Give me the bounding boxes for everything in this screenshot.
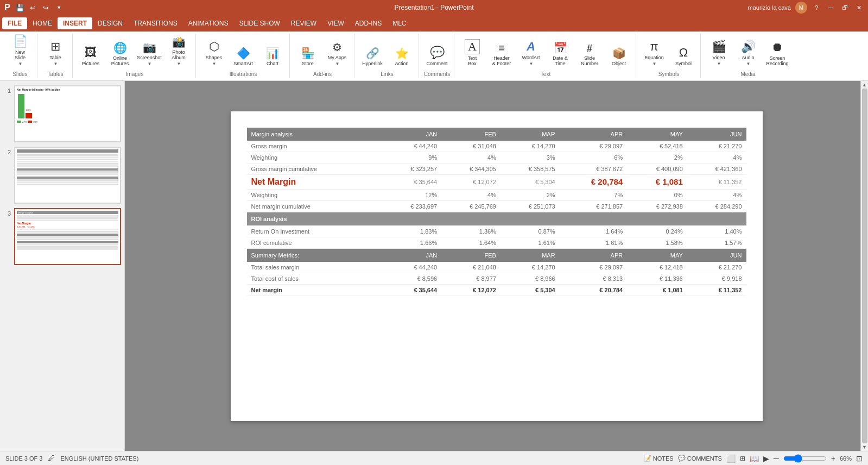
menu-animations[interactable]: ANIMATIONS [183, 17, 234, 29]
restore-btn[interactable]: 🗗 [840, 3, 850, 12]
minimize-btn[interactable]: ─ [826, 3, 835, 12]
text-box-button[interactable]: A TextBox [459, 35, 486, 68]
view-normal-icon[interactable]: ⬜ [726, 454, 736, 463]
notes-button[interactable]: 📝 NOTES [644, 455, 674, 462]
menu-transitions[interactable]: TRANSITIONS [128, 17, 183, 29]
comments-button[interactable]: 💬 COMMENTS [678, 455, 722, 462]
date-time-button[interactable]: 📅 Date &Time [547, 35, 574, 68]
language-indicator[interactable]: ENGLISH (UNITED STATES) [60, 455, 138, 462]
menu-insert[interactable]: INSERT [58, 17, 92, 29]
slide-number-button[interactable]: # SlideNumber [576, 35, 603, 68]
smartart-button[interactable]: 🔷 SmartArt [230, 35, 257, 68]
wordart-button[interactable]: A WordArt ▼ [517, 35, 544, 68]
comment-button[interactable]: 💬 Comment [423, 35, 451, 68]
gross-margin-cum-jun: € 421,360 [687, 163, 746, 174]
online-pictures-button[interactable]: 🌐 OnlinePictures [106, 35, 134, 68]
slide-thumb-1[interactable]: 1 Net Margin falling by -94% in May 1,08… [3, 85, 121, 142]
menu-view[interactable]: VIEW [322, 17, 350, 29]
gross-margin-row: Gross margin € 44,240 € 31,048 € 14,270 … [247, 141, 746, 152]
view-reading-icon[interactable]: 📖 [750, 454, 759, 463]
menu-mlc[interactable]: MLC [387, 17, 411, 29]
zoom-in-btn[interactable]: + [831, 454, 835, 463]
fit-to-window-btn[interactable]: ⊡ [856, 454, 863, 463]
ribbon-links-label: Links [381, 70, 393, 77]
roi-cum-jun: 1.57% [687, 237, 746, 248]
summary-net-apr: € 20,784 [560, 284, 628, 296]
net-margin-label: Net Margin [247, 174, 383, 189]
menu-review[interactable]: REVIEW [286, 17, 322, 29]
gross-margin-label: Gross margin [247, 141, 383, 152]
accessibility-icon[interactable]: 🖊 [48, 454, 55, 462]
total-cost-label: Total cost of sales [247, 273, 383, 284]
screenshot-button[interactable]: 📷 Screenshot ▼ [136, 35, 163, 68]
roi-cum-label: ROI cumulative [247, 237, 383, 248]
weighting-1-jan: 9% [383, 152, 442, 163]
total-cost-row: Total cost of sales € 8,596 € 8,977 € 8,… [247, 273, 746, 284]
roi-apr: 1.64% [560, 225, 628, 237]
photo-album-button[interactable]: 📸 PhotoAlbum ▼ [165, 35, 192, 68]
store-button[interactable]: 🏪 Store [294, 35, 321, 68]
menu-home[interactable]: HOME [27, 17, 58, 29]
menu-addins[interactable]: ADD-INS [350, 17, 387, 29]
scrollbar-vertical[interactable]: ▲ ▼ [860, 81, 868, 451]
total-cost-may: € 11,336 [627, 273, 687, 284]
audio-button[interactable]: 🔊 Audio ▼ [734, 35, 762, 68]
view-slide-sorter-icon[interactable]: ⊞ [740, 455, 745, 462]
ribbon-content: 📄 NewSlide ▼ Slides ⊞ Table ▼ Tables [0, 32, 868, 80]
header-footer-button[interactable]: ≡ Header& Footer [488, 35, 515, 68]
slide-canvas: Margin analysis JAN FEB MAR APR MAY JUN … [231, 111, 763, 421]
title-bar-right: maurizio la cava M ? ─ 🗗 ✕ [748, 2, 864, 14]
pictures-button[interactable]: 🖼 Pictures [77, 35, 104, 68]
zoom-slider[interactable] [783, 454, 827, 463]
new-slide-button[interactable]: 📄 NewSlide ▼ [7, 35, 34, 68]
gross-margin-jun: € 21,270 [687, 141, 746, 152]
equation-button[interactable]: π Equation ▼ [641, 35, 668, 68]
screen-recording-button[interactable]: ⏺ ScreenRecording [764, 35, 791, 68]
summary-net-jun: € 11,352 [687, 284, 746, 296]
ribbon-text-label: Text [541, 70, 550, 77]
summary-mar: MAR [500, 248, 560, 262]
close-btn[interactable]: ✕ [854, 3, 864, 12]
video-button[interactable]: 🎬 Video ▼ [705, 35, 732, 68]
menu-file[interactable]: FILE [2, 17, 27, 29]
shapes-button[interactable]: ⬡ Shapes ▼ [200, 35, 227, 68]
chart-button[interactable]: 📊 Chart [259, 35, 286, 68]
ribbon-media-label: Media [740, 70, 755, 77]
my-apps-button[interactable]: ⚙ My Apps ▼ [324, 35, 351, 68]
powerpoint-icon: P [4, 3, 10, 12]
qa-redo[interactable]: ↪ [41, 2, 52, 13]
slide-thumb-2[interactable]: 2 [3, 147, 121, 204]
slide-2-preview[interactable] [14, 147, 121, 204]
object-button[interactable]: 📦 Object [605, 35, 632, 68]
table-button[interactable]: ⊞ Table ▼ [42, 35, 69, 68]
ribbon-group-symbols: π Equation ▼ Ω Symbol Symbols [637, 34, 701, 78]
weighting-1-feb: 4% [441, 152, 500, 163]
action-button[interactable]: ⭐ Action [388, 35, 415, 68]
qa-customize[interactable]: ▼ [54, 2, 65, 13]
gross-margin-apr: € 29,097 [560, 141, 628, 152]
slide-panel[interactable]: 1 Net Margin falling by -94% in May 1,08… [0, 81, 125, 451]
help-btn[interactable]: ? [812, 3, 821, 12]
title-bar: P 💾 ↩ ↪ ▼ Presentation1 - PowerPoint mau… [0, 0, 868, 15]
qa-save[interactable]: 💾 [15, 2, 26, 13]
col-feb: FEB [441, 128, 500, 141]
content-area[interactable]: Margin analysis JAN FEB MAR APR MAY JUN … [125, 81, 868, 451]
summary-net-feb: € 12,072 [441, 284, 500, 296]
menu-slideshow[interactable]: SLIDE SHOW [233, 17, 285, 29]
qa-undo[interactable]: ↩ [28, 2, 39, 13]
zoom-out-btn[interactable]: ─ [774, 454, 779, 463]
gross-margin-cum-apr: € 387,672 [560, 163, 628, 174]
roi-section-header-row: ROI analysis [247, 212, 746, 225]
user-avatar[interactable]: M [795, 2, 807, 14]
view-slideshow-icon[interactable]: ▶ [763, 454, 769, 463]
slide-thumb-3[interactable]: 3 Margin analysis Net Margin € 20,784 € … [3, 208, 121, 265]
ribbon-group-images: 🖼 Pictures 🌐 OnlinePictures 📷 Screenshot… [74, 34, 196, 78]
hyperlink-button[interactable]: 🔗 Hyperlink [359, 35, 386, 68]
ribbon-group-comments: 💬 Comment Comments [420, 34, 454, 78]
menu-design[interactable]: DESIGN [92, 17, 128, 29]
slide-1-preview[interactable]: Net Margin falling by -94% in May 1,081 … [14, 85, 121, 142]
summary-feb: FEB [441, 248, 500, 262]
symbol-button[interactable]: Ω Symbol [670, 35, 697, 68]
slide-3-preview[interactable]: Margin analysis Net Margin € 20,784 € 1,… [14, 208, 121, 265]
net-margin-feb: € 12,072 [441, 174, 500, 189]
